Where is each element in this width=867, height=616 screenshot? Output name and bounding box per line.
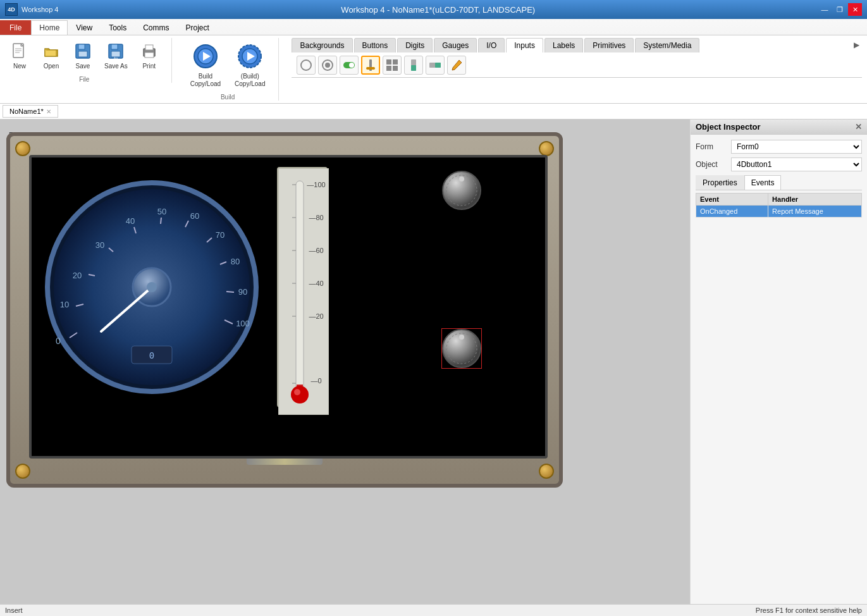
build-label: BuildCopy/Load — [190, 73, 221, 88]
ribbon-tab-bar: File Home View Tools Comms Project — [0, 19, 867, 35]
screw-bl — [15, 464, 30, 479]
thermo-svg: —100 —80 —60 —40 —20 —0 — [278, 168, 329, 415]
tab-view[interactable]: View — [68, 20, 101, 35]
knob1-svg[interactable] — [441, 170, 482, 211]
inspector-tab-events[interactable]: Events — [744, 175, 782, 190]
tab-tools[interactable]: Tools — [101, 20, 135, 35]
tab-file[interactable]: File — [0, 20, 31, 35]
inspector-tabs: Properties Events — [696, 175, 862, 190]
svg-rect-71 — [296, 181, 304, 390]
event-cell: OnChanged — [696, 206, 768, 218]
ribbon-content: New Open Save As — [0, 35, 867, 103]
svg-text:—80: —80 — [309, 214, 323, 221]
ribbon: File Home View Tools Comms Project New O — [0, 19, 867, 104]
inspector-form-select[interactable]: Form0 — [731, 140, 862, 154]
panel-tab-close[interactable]: ✕ — [46, 108, 51, 115]
tab-systemmedia[interactable]: System/Media — [635, 38, 699, 52]
form-container: Form0 — [6, 132, 684, 488]
pencil-button[interactable] — [447, 56, 466, 75]
bar-button[interactable] — [404, 56, 423, 75]
speedometer-gauge: 0 10 20 30 40 50 — [44, 170, 272, 410]
print-button[interactable]: Print — [135, 38, 164, 73]
svg-text:—20: —20 — [309, 312, 323, 320]
restore-button[interactable]: ❐ — [833, 3, 847, 16]
save-label: Save — [76, 63, 90, 70]
inspector-close-button[interactable]: ✕ — [855, 122, 862, 132]
window-controls: — ❐ ✕ — [818, 3, 862, 16]
object-inspector: Object Inspector ✕ Form Form0 Object 4Db… — [690, 120, 867, 609]
tab-buttons[interactable]: Buttons — [354, 38, 397, 52]
svg-rect-27 — [386, 59, 391, 65]
svg-line-55 — [226, 292, 234, 292]
svg-text:—0: —0 — [311, 377, 321, 385]
build2-button[interactable]: (Build)Copy/Load — [229, 38, 271, 91]
svg-rect-6 — [78, 51, 87, 57]
save-button[interactable]: Save — [68, 38, 97, 73]
inspector-title: Object Inspector — [696, 122, 761, 132]
tab-backgrounds[interactable]: Backgrounds — [292, 38, 352, 52]
tool-tabs-container: Backgrounds Buttons Digits Gauges I/O In… — [292, 38, 862, 78]
print-icon — [139, 41, 159, 61]
knob2-svg[interactable] — [441, 328, 482, 369]
file-group-label: File — [79, 76, 89, 83]
svg-text:10: 10 — [60, 300, 69, 309]
app-logo: 4D Workshop 4 — [5, 3, 59, 16]
svg-rect-32 — [411, 65, 416, 71]
build2-label: (Build)Copy/Load — [235, 73, 265, 88]
bar2-button[interactable] — [426, 56, 445, 75]
tab-home[interactable]: Home — [31, 20, 68, 35]
radio-filled-button[interactable] — [318, 56, 337, 75]
saveas-button[interactable]: As Save As — [100, 38, 132, 73]
col-handler: Handler — [768, 194, 862, 206]
svg-point-74 — [294, 389, 300, 395]
svg-text:40: 40 — [126, 216, 135, 226]
svg-text:90: 90 — [238, 287, 247, 297]
tab-io[interactable]: I/O — [478, 38, 505, 52]
close-button[interactable]: ✕ — [848, 3, 862, 16]
tab-project[interactable]: Project — [178, 20, 218, 35]
svg-text:0: 0 — [56, 336, 61, 346]
tab-comms[interactable]: Comms — [135, 20, 177, 35]
svg-text:20: 20 — [73, 271, 82, 280]
inspector-header: Object Inspector ✕ — [691, 120, 867, 135]
svg-rect-5 — [78, 44, 85, 49]
svg-text:—40: —40 — [309, 280, 323, 287]
tool-tab-bar: Backgrounds Buttons Digits Gauges I/O In… — [292, 38, 862, 52]
inspector-object-select[interactable]: 4Dbutton1 — [731, 157, 862, 171]
logo-icon: 4D — [5, 3, 18, 16]
tab-gauges[interactable]: Gauges — [434, 38, 477, 52]
lcd-frame: 0 10 20 30 40 50 — [6, 132, 563, 488]
inspector-tab-properties[interactable]: Properties — [696, 175, 744, 190]
svg-text:—100: —100 — [307, 181, 325, 188]
switch-button[interactable] — [340, 56, 359, 75]
svg-line-47 — [161, 218, 161, 224]
open-icon — [41, 41, 61, 61]
speedo-svg: 0 10 20 30 40 50 — [44, 170, 259, 398]
slider-v-button[interactable] — [361, 56, 380, 75]
tab-digits[interactable]: Digits — [397, 38, 433, 52]
new-button[interactable]: New — [5, 38, 34, 73]
tab-inputs[interactable]: Inputs — [506, 38, 543, 52]
usb-connector — [247, 459, 323, 465]
screw-tl — [15, 141, 30, 156]
knob2-container — [441, 328, 482, 371]
panel-tab-noname1[interactable]: NoName1* ✕ — [3, 105, 58, 118]
inspector-object-row: Object 4Dbutton1 — [696, 157, 862, 171]
svg-text:70: 70 — [216, 230, 224, 240]
svg-text:80: 80 — [231, 257, 240, 266]
svg-text:100: 100 — [236, 319, 250, 328]
minimize-button[interactable]: — — [818, 3, 832, 16]
tab-primitives[interactable]: Primitives — [584, 38, 634, 52]
ribbon-scroll-right[interactable]: ▶ — [851, 38, 862, 52]
table-row[interactable]: OnChanged Report Message — [696, 206, 862, 218]
build2-icon — [235, 41, 265, 71]
build-button[interactable]: BuildCopy/Load — [185, 38, 226, 91]
inspector-object-label: Object — [696, 160, 727, 169]
grid-button[interactable] — [383, 56, 402, 75]
open-button[interactable]: Open — [37, 38, 66, 73]
svg-point-22 — [325, 63, 330, 68]
tab-labels[interactable]: Labels — [544, 38, 583, 52]
panel-tab-label: NoName1* — [9, 108, 44, 115]
svg-rect-8 — [111, 44, 118, 49]
radio-empty-button[interactable] — [297, 56, 316, 75]
